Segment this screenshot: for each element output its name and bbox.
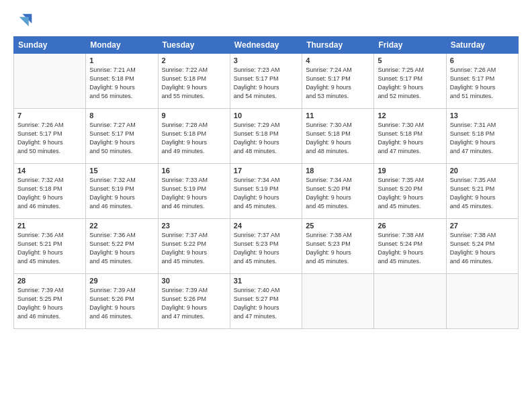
day-info: Sunrise: 7:40 AM Sunset: 5:27 PM Dayligh… [234,286,298,321]
calendar-cell: 20Sunrise: 7:35 AM Sunset: 5:21 PM Dayli… [446,164,518,219]
day-info: Sunrise: 7:23 AM Sunset: 5:17 PM Dayligh… [234,66,298,101]
calendar-cell: 5Sunrise: 7:25 AM Sunset: 5:17 PM Daylig… [374,54,446,109]
day-info: Sunrise: 7:30 AM Sunset: 5:18 PM Dayligh… [378,121,442,156]
calendar-cell: 11Sunrise: 7:30 AM Sunset: 5:18 PM Dayli… [302,109,374,164]
day-number: 3 [234,56,298,64]
day-number: 16 [162,167,226,175]
day-info: Sunrise: 7:31 AM Sunset: 5:18 PM Dayligh… [450,121,515,156]
day-number: 15 [89,167,154,175]
calendar-cell: 19Sunrise: 7:35 AM Sunset: 5:20 PM Dayli… [374,164,446,219]
day-number: 31 [234,277,298,285]
day-number: 10 [234,111,298,120]
day-info: Sunrise: 7:26 AM Sunset: 5:17 PM Dayligh… [17,121,82,156]
day-number: 12 [378,111,442,120]
day-info: Sunrise: 7:35 AM Sunset: 5:20 PM Dayligh… [378,176,442,211]
calendar-cell: 23Sunrise: 7:37 AM Sunset: 5:22 PM Dayli… [158,219,230,274]
col-header-wednesday: Wednesday [230,37,302,54]
calendar-cell [374,274,446,329]
calendar-cell: 28Sunrise: 7:39 AM Sunset: 5:25 PM Dayli… [14,274,86,329]
calendar-cell: 18Sunrise: 7:34 AM Sunset: 5:20 PM Dayli… [302,164,374,219]
day-info: Sunrise: 7:27 AM Sunset: 5:17 PM Dayligh… [89,121,154,156]
calendar-cell: 17Sunrise: 7:34 AM Sunset: 5:19 PM Dayli… [230,164,302,219]
day-info: Sunrise: 7:30 AM Sunset: 5:18 PM Dayligh… [306,121,370,156]
day-number: 23 [162,222,226,230]
day-info: Sunrise: 7:34 AM Sunset: 5:19 PM Dayligh… [234,176,298,211]
day-number: 2 [162,56,226,64]
day-number: 5 [378,56,442,64]
day-number: 21 [17,222,82,230]
day-info: Sunrise: 7:37 AM Sunset: 5:23 PM Dayligh… [234,231,298,266]
logo-icon [16,11,35,30]
calendar-cell: 14Sunrise: 7:32 AM Sunset: 5:18 PM Dayli… [14,164,86,219]
day-number: 4 [306,56,370,64]
day-number: 30 [162,277,226,285]
day-number: 18 [306,167,370,175]
day-info: Sunrise: 7:32 AM Sunset: 5:19 PM Dayligh… [89,176,154,211]
day-info: Sunrise: 7:25 AM Sunset: 5:17 PM Dayligh… [378,66,442,101]
calendar-header-row: SundayMondayTuesdayWednesdayThursdayFrid… [14,37,519,54]
day-info: Sunrise: 7:35 AM Sunset: 5:21 PM Dayligh… [450,176,515,211]
week-row-3: 14Sunrise: 7:32 AM Sunset: 5:18 PM Dayli… [14,164,519,219]
calendar-cell: 4Sunrise: 7:24 AM Sunset: 5:17 PM Daylig… [302,54,374,109]
col-header-friday: Friday [374,37,446,54]
calendar-cell: 1Sunrise: 7:21 AM Sunset: 5:18 PM Daylig… [86,54,158,109]
day-info: Sunrise: 7:26 AM Sunset: 5:17 PM Dayligh… [450,66,515,101]
day-number: 19 [378,167,442,175]
calendar-cell: 26Sunrise: 7:38 AM Sunset: 5:24 PM Dayli… [374,219,446,274]
day-number: 9 [162,111,226,120]
day-number: 6 [450,56,515,64]
header [13,11,519,30]
calendar-cell: 30Sunrise: 7:39 AM Sunset: 5:26 PM Dayli… [158,274,230,329]
day-info: Sunrise: 7:36 AM Sunset: 5:21 PM Dayligh… [17,231,82,266]
day-number: 14 [17,167,82,175]
day-info: Sunrise: 7:38 AM Sunset: 5:24 PM Dayligh… [378,231,442,266]
calendar-cell: 16Sunrise: 7:33 AM Sunset: 5:19 PM Dayli… [158,164,230,219]
col-header-saturday: Saturday [446,37,518,54]
day-info: Sunrise: 7:39 AM Sunset: 5:26 PM Dayligh… [89,286,154,321]
day-info: Sunrise: 7:37 AM Sunset: 5:22 PM Dayligh… [162,231,226,266]
calendar-cell: 22Sunrise: 7:36 AM Sunset: 5:22 PM Dayli… [86,219,158,274]
calendar-cell [302,274,374,329]
col-header-monday: Monday [86,37,158,54]
calendar-cell [446,274,518,329]
calendar-cell: 24Sunrise: 7:37 AM Sunset: 5:23 PM Dayli… [230,219,302,274]
day-info: Sunrise: 7:36 AM Sunset: 5:22 PM Dayligh… [89,231,154,266]
calendar-cell: 2Sunrise: 7:22 AM Sunset: 5:18 PM Daylig… [158,54,230,109]
calendar-cell: 8Sunrise: 7:27 AM Sunset: 5:17 PM Daylig… [86,109,158,164]
day-number: 24 [234,222,298,230]
calendar-cell: 29Sunrise: 7:39 AM Sunset: 5:26 PM Dayli… [86,274,158,329]
calendar: SundayMondayTuesdayWednesdayThursdayFrid… [13,36,519,329]
calendar-cell: 10Sunrise: 7:29 AM Sunset: 5:18 PM Dayli… [230,109,302,164]
day-number: 11 [306,111,370,120]
calendar-cell: 6Sunrise: 7:26 AM Sunset: 5:17 PM Daylig… [446,54,518,109]
week-row-4: 21Sunrise: 7:36 AM Sunset: 5:21 PM Dayli… [14,219,519,274]
day-number: 22 [89,222,154,230]
day-number: 8 [89,111,154,120]
day-info: Sunrise: 7:39 AM Sunset: 5:26 PM Dayligh… [162,286,226,321]
day-info: Sunrise: 7:28 AM Sunset: 5:18 PM Dayligh… [162,121,226,156]
calendar-cell: 7Sunrise: 7:26 AM Sunset: 5:17 PM Daylig… [14,109,86,164]
calendar-cell: 25Sunrise: 7:38 AM Sunset: 5:23 PM Dayli… [302,219,374,274]
col-header-thursday: Thursday [302,37,374,54]
day-number: 29 [89,277,154,285]
week-row-2: 7Sunrise: 7:26 AM Sunset: 5:17 PM Daylig… [14,109,519,164]
day-info: Sunrise: 7:21 AM Sunset: 5:18 PM Dayligh… [89,66,154,101]
day-number: 17 [234,167,298,175]
calendar-cell: 31Sunrise: 7:40 AM Sunset: 5:27 PM Dayli… [230,274,302,329]
day-info: Sunrise: 7:38 AM Sunset: 5:23 PM Dayligh… [306,231,370,266]
day-info: Sunrise: 7:29 AM Sunset: 5:18 PM Dayligh… [234,121,298,156]
calendar-cell: 13Sunrise: 7:31 AM Sunset: 5:18 PM Dayli… [446,109,518,164]
calendar-cell: 9Sunrise: 7:28 AM Sunset: 5:18 PM Daylig… [158,109,230,164]
calendar-cell: 21Sunrise: 7:36 AM Sunset: 5:21 PM Dayli… [14,219,86,274]
day-number: 20 [450,167,515,175]
day-info: Sunrise: 7:34 AM Sunset: 5:20 PM Dayligh… [306,176,370,211]
svg-marker-1 [19,17,29,26]
day-info: Sunrise: 7:39 AM Sunset: 5:25 PM Dayligh… [17,286,82,321]
calendar-cell: 12Sunrise: 7:30 AM Sunset: 5:18 PM Dayli… [374,109,446,164]
col-header-sunday: Sunday [14,37,86,54]
day-number: 28 [17,277,82,285]
day-info: Sunrise: 7:32 AM Sunset: 5:18 PM Dayligh… [17,176,82,211]
day-info: Sunrise: 7:22 AM Sunset: 5:18 PM Dayligh… [162,66,226,101]
calendar-cell: 27Sunrise: 7:38 AM Sunset: 5:24 PM Dayli… [446,219,518,274]
day-number: 7 [17,111,82,120]
